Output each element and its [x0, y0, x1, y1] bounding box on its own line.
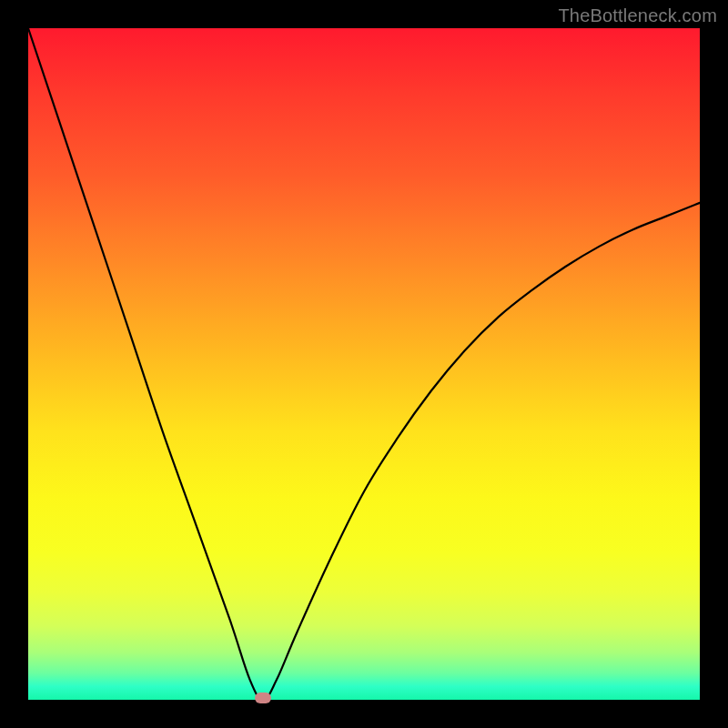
plot-area — [28, 28, 700, 700]
optimal-point-marker — [255, 693, 271, 703]
watermark-text: TheBottleneck.com — [558, 5, 717, 26]
chart-frame: TheBottleneck.com — [0, 0, 728, 728]
bottleneck-curve — [28, 28, 700, 700]
